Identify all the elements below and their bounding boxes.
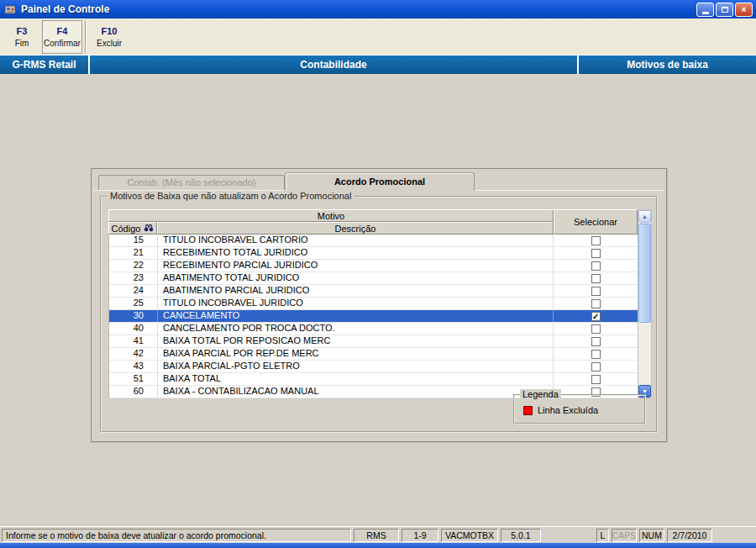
- row-desc: TITULO INCOBRAVEL JURIDICO: [158, 298, 554, 309]
- main-area: Contab. (Mês não selecionado) Acordo Pro…: [0, 74, 756, 526]
- legend-box: Legenda Linha Excluída: [513, 394, 646, 424]
- row-checkbox[interactable]: [591, 350, 601, 359]
- app-icon[interactable]: [3, 3, 17, 16]
- header-screen: Motivos de baixa: [579, 55, 756, 74]
- scrollbar-thumb[interactable]: [638, 224, 651, 323]
- column-header-codigo[interactable]: Código: [108, 222, 157, 234]
- row-code: 41: [109, 335, 158, 347]
- row-checkbox[interactable]: [591, 261, 601, 271]
- fim-button[interactable]: F3 Fim: [2, 20, 42, 54]
- column-header-selecionar[interactable]: Selecionar: [554, 209, 638, 234]
- column-header-descricao[interactable]: Descrição: [157, 222, 554, 234]
- row-checkbox[interactable]: [591, 287, 601, 296]
- row-desc: ABATIMENTO PARCIAL JURIDICO: [158, 285, 554, 297]
- tab-acordo-promocional[interactable]: Acordo Promocional: [285, 172, 475, 191]
- row-code: 15: [109, 234, 158, 246]
- toolbar: F3 Fim F4 Confirmar F10 Excluir: [0, 18, 756, 55]
- excluded-row-swatch: [523, 406, 533, 415]
- legend-caption: Legenda: [520, 389, 561, 399]
- row-checkbox[interactable]: [591, 249, 601, 258]
- status-range: 1-9: [402, 529, 438, 542]
- row-desc: RECEBIMENTO TOTAL JURIDICO: [158, 247, 554, 259]
- status-num-indicator: NUM: [639, 529, 664, 542]
- status-date: 2/7/2010: [667, 529, 712, 542]
- motivos-groupbox: Motivos de Baixa que não atualizam o Aco…: [100, 196, 658, 433]
- status-system: RMS: [354, 529, 399, 542]
- table-row[interactable]: 22 RECEBIMENTO PARCIAL JURIDICO: [109, 260, 638, 272]
- row-select-cell: [554, 348, 638, 360]
- minimize-button[interactable]: [696, 3, 714, 17]
- row-desc: CANCELAMENTO: [158, 310, 554, 322]
- row-code: 42: [109, 348, 158, 360]
- table-row[interactable]: 30 CANCELAMENTO: [109, 310, 638, 323]
- table-row[interactable]: 25 TITULO INCOBRAVEL JURIDICO: [109, 298, 638, 310]
- binoculars-icon[interactable]: [144, 224, 154, 234]
- table-row[interactable]: 24 ABATIMENTO PARCIAL JURIDICO: [109, 285, 638, 298]
- row-code: 21: [109, 247, 158, 259]
- close-button[interactable]: ×: [735, 3, 753, 17]
- row-desc: CANCELAMENTO POR TROCA DOCTO.: [158, 323, 554, 335]
- legend-item: Linha Excluída: [523, 405, 644, 415]
- vertical-scrollbar[interactable]: ▲ ▼: [638, 209, 652, 398]
- row-select-cell: [554, 361, 638, 372]
- row-code: 60: [109, 386, 158, 398]
- row-code: 30: [109, 310, 158, 322]
- row-checkbox[interactable]: [591, 324, 601, 334]
- restore-button[interactable]: [716, 3, 733, 17]
- row-checkbox[interactable]: [591, 274, 601, 283]
- row-checkbox[interactable]: [591, 312, 601, 321]
- excluir-button[interactable]: F10 Excluir: [89, 20, 129, 54]
- row-desc: BAIXA PARCIAL POR REP.DE MERC: [158, 348, 554, 360]
- table-row[interactable]: 40 CANCELAMENTO POR TROCA DOCTO.: [109, 323, 638, 335]
- row-code: 25: [109, 298, 158, 309]
- row-select-cell: [554, 272, 638, 284]
- row-checkbox[interactable]: [591, 299, 601, 308]
- fim-key: F3: [17, 26, 28, 36]
- row-select-cell: [554, 373, 638, 385]
- row-checkbox[interactable]: [591, 362, 601, 371]
- status-version: 5.0.1: [501, 529, 541, 542]
- title-bar: Painel de Controle ×: [0, 0, 756, 18]
- tab-contab[interactable]: Contab. (Mês não selecionado): [98, 175, 285, 190]
- status-bar: Informe se o motivo de baixa deve atuali…: [0, 526, 756, 543]
- confirmar-button[interactable]: F4 Confirmar: [42, 20, 82, 54]
- row-code: 40: [109, 323, 158, 335]
- excluir-label: Excluir: [97, 39, 122, 48]
- legend-item-label: Linha Excluída: [538, 405, 598, 415]
- motivos-table: Motivo Código Descrição Selecionar 15 TI…: [108, 209, 652, 398]
- row-checkbox[interactable]: [591, 337, 601, 346]
- row-select-cell: [554, 234, 638, 246]
- table-row[interactable]: 21 RECEBIMENTO TOTAL JURIDICO: [109, 247, 638, 260]
- app-header: G-RMS Retail Contabilidade Motivos de ba…: [0, 55, 756, 74]
- row-desc: BAIXA PARCIAL-PGTO ELETRO: [158, 361, 554, 372]
- toolbar-separator: [85, 20, 87, 54]
- row-checkbox[interactable]: [591, 375, 601, 384]
- table-row[interactable]: 23 ABATIMENTO TOTAL JURIDICO: [109, 272, 638, 285]
- row-select-cell: [554, 285, 638, 297]
- table-row[interactable]: 42 BAIXA PARCIAL POR REP.DE MERC: [109, 348, 638, 361]
- table-row[interactable]: 41 BAIXA TOTAL POR REPOSICAO MERC: [109, 335, 638, 348]
- row-checkbox[interactable]: [591, 236, 601, 245]
- status-message: Informe se o motivo de baixa deve atuali…: [2, 529, 351, 542]
- column-group-motivo: Motivo: [108, 209, 554, 222]
- row-desc: BAIXA - CONTABILIZACAO MANUAL: [158, 386, 554, 398]
- row-select-cell: [554, 335, 638, 347]
- scroll-up-icon[interactable]: ▲: [638, 210, 651, 223]
- header-module: Contabilidade: [90, 55, 577, 74]
- row-desc: ABATIMENTO TOTAL JURIDICO: [158, 272, 554, 284]
- status-caps-indicator: CAPS: [612, 529, 637, 542]
- row-select-cell: [554, 260, 638, 271]
- row-code: 23: [109, 272, 158, 284]
- table-row[interactable]: 51 BAIXA TOTAL: [109, 373, 638, 386]
- header-product: G-RMS Retail: [0, 55, 88, 74]
- table-row[interactable]: 15 TITULO INCOBRAVEL CARTORIO: [109, 234, 638, 247]
- status-program: VACMOTBX: [441, 529, 498, 542]
- row-select-cell: [554, 323, 638, 335]
- excluir-key: F10: [102, 26, 118, 36]
- row-desc: BAIXA TOTAL: [158, 373, 554, 385]
- table-row[interactable]: 43 BAIXA PARCIAL-PGTO ELETRO: [109, 361, 638, 373]
- codigo-header-label: Código: [112, 224, 141, 234]
- table-body: 15 TITULO INCOBRAVEL CARTORIO 21 RECEBIM…: [108, 234, 638, 398]
- groupbox-caption: Motivos de Baixa que não atualizam o Aco…: [107, 191, 354, 201]
- motivos-panel: Contab. (Mês não selecionado) Acordo Pro…: [91, 168, 667, 442]
